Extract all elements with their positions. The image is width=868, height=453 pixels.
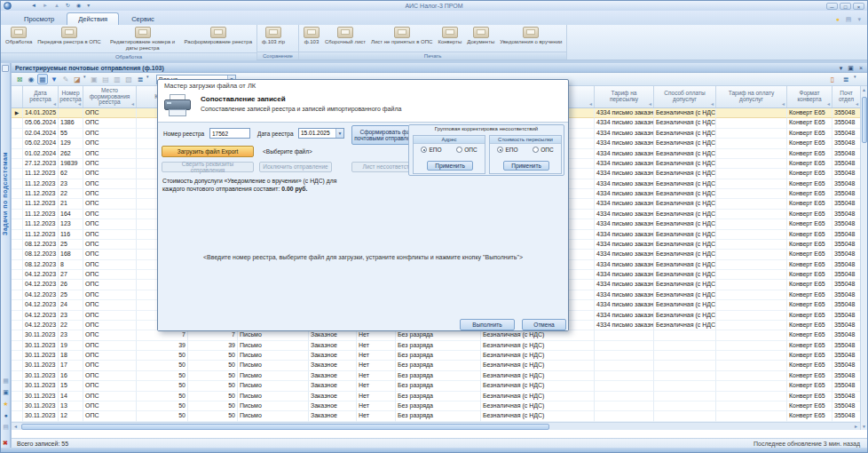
radio-icon[interactable] <box>421 147 427 153</box>
column-header[interactable]: Место формирования реестра◄ <box>83 86 137 107</box>
horizontal-scrollbar[interactable]: ◄ ► <box>12 422 860 430</box>
column-filter-icon[interactable]: ◄ <box>781 102 785 107</box>
column-filter-icon[interactable]: ◄ <box>130 102 135 107</box>
close-task-icon[interactable]: ✖ <box>3 440 8 447</box>
column-header[interactable]: Тариф на пересылку◄ <box>595 86 654 107</box>
load-export-file-button[interactable]: Загрузить файл Export <box>162 146 254 157</box>
table-row[interactable]: 30.11.202317ОПС5050ПисьмоЗаказноеНетБез … <box>12 361 860 370</box>
sidebar-label[interactable]: Задачи по подсистемам <box>2 152 8 235</box>
column-header[interactable]: Дата реестра◄ <box>23 86 59 107</box>
cancel-button[interactable]: Отмена <box>522 319 566 330</box>
column-header[interactable]: Способ оплаты допуслуг◄ <box>654 86 716 107</box>
verify-details-button[interactable]: Сверить реквизиты отправления <box>162 162 254 172</box>
maximize-button[interactable]: □ <box>840 3 851 10</box>
ribbon-button[interactable]: Конверты <box>435 26 464 46</box>
table-row[interactable]: 30.11.202319ОПС3939ПисьмоЗаказноеНетБез … <box>12 341 860 351</box>
chevron-down-icon[interactable]: ▾ <box>146 74 151 84</box>
ribbon-button[interactable]: Обработка <box>3 26 35 46</box>
column-filter-icon[interactable]: ◄ <box>855 102 859 107</box>
globe-icon[interactable]: ◉ <box>26 74 36 84</box>
radio-icon[interactable] <box>456 147 462 153</box>
tab-2[interactable]: Действия <box>67 12 119 25</box>
column-filter-icon[interactable]: ◄ <box>588 102 593 107</box>
ribbon-button[interactable]: Уведомления о вручении <box>497 26 564 46</box>
column-header[interactable] <box>12 86 23 107</box>
column-header[interactable]: Почт отдел◄ <box>832 86 861 107</box>
radio-option[interactable]: ЕПО <box>497 147 517 153</box>
task-sidebar[interactable]: Задачи по подсистемам ▦▣★●▤ <box>1 63 11 448</box>
table-row[interactable]: 30.11.202313ОПС5050ПисьмоЗаказноеНетБез … <box>12 401 860 411</box>
column-chooser-icon[interactable]: ▯ <box>827 74 838 84</box>
horizontal-scroll-thumb[interactable] <box>21 424 549 430</box>
chevron-down-icon[interactable]: ▾ <box>83 74 88 84</box>
save-icon[interactable]: ▣ <box>89 74 99 84</box>
registry-number-input[interactable] <box>209 128 250 139</box>
dialog-title-bar[interactable]: Мастер загрузки файла от ЛК <box>158 80 568 91</box>
exclude-item-button[interactable]: Исключить отправление <box>259 162 332 172</box>
close-button[interactable]: × <box>853 3 864 10</box>
column-filter-icon[interactable]: ◄ <box>826 102 831 107</box>
tab-1[interactable]: Просмотр <box>13 13 65 25</box>
help-icon[interactable]: ● <box>835 14 840 25</box>
eraser-icon[interactable]: ◪ <box>72 74 83 84</box>
ribbon-button[interactable]: Редактирование номера и даты реестра <box>104 26 182 52</box>
column-filter-icon[interactable]: ◄ <box>77 102 82 107</box>
chevron-down-icon[interactable]: ▼ <box>335 129 343 138</box>
scroll-up-icon[interactable]: ▲ <box>861 86 867 93</box>
column-header[interactable]: Номер реестра◄ <box>59 86 83 107</box>
radio-icon[interactable] <box>533 147 539 153</box>
scroll-right-icon[interactable]: ► <box>852 423 860 430</box>
column-filter-icon[interactable]: ◄ <box>52 102 57 107</box>
sheet-icon[interactable]: ▥ <box>112 74 122 84</box>
list-settings-icon[interactable]: ≣ <box>135 74 146 84</box>
grid-view-icon[interactable]: ▦ <box>37 74 48 84</box>
ribbon-button[interactable]: Документы <box>464 26 497 46</box>
column-header[interactable]: Формат конверта◄ <box>787 86 832 107</box>
sidebar-toggle-icon[interactable] <box>2 65 9 72</box>
scroll-left-icon[interactable]: ◄ <box>12 423 20 430</box>
registry-date-combobox[interactable]: 15.01.2025 ▼ <box>298 128 344 139</box>
edit-icon[interactable]: ✎ <box>60 74 71 84</box>
export-icon[interactable]: ⊠ <box>14 74 25 84</box>
column-filter-icon[interactable]: ◄ <box>648 102 652 107</box>
radio-option[interactable]: ОПС <box>456 147 477 153</box>
column-header[interactable]: Тариф на оплату допуслуг◄ <box>716 86 787 107</box>
document-icon[interactable]: ▤ <box>2 423 10 432</box>
dock-grid-icon[interactable]: ▦ <box>2 377 10 385</box>
favorites-icon[interactable]: ★ <box>2 400 9 409</box>
vertical-scroll-thumb[interactable] <box>862 97 867 143</box>
pin-icon[interactable]: ▣ <box>847 63 855 73</box>
collapse-icon[interactable]: ▾ <box>839 63 844 73</box>
table-row[interactable]: 30.11.202315ОПС5050ПисьмоЗаказноеНетБез … <box>12 381 860 391</box>
ribbon-button[interactable]: Расформирование реестра <box>182 26 255 46</box>
table-row[interactable]: 30.11.202312ОПС5050ПисьмоЗаказноеНетБез … <box>12 411 860 421</box>
column-filter-icon[interactable]: ◄ <box>710 102 714 107</box>
radio-icon[interactable] <box>497 147 503 153</box>
ribbon-button[interactable]: Передача реестра в ОПС <box>35 26 103 46</box>
ribbon-menu-icon[interactable]: ▾ <box>856 14 862 25</box>
info-icon[interactable]: ● <box>3 411 8 420</box>
vertical-scrollbar[interactable]: ▲ ▼ <box>860 86 867 430</box>
minimize-button[interactable]: ─ <box>826 3 838 10</box>
scroll-down-icon[interactable]: ▼ <box>861 423 867 430</box>
apply-cost-button[interactable]: Применить <box>503 161 549 171</box>
ribbon-button[interactable]: ф.103 <box>301 26 322 46</box>
table-row[interactable]: 30.11.202316ОПС5050ПисьмоЗаказноеНетБез … <box>12 371 860 381</box>
filter-icon[interactable]: ▼ <box>49 74 59 84</box>
close-panel-icon[interactable]: × <box>858 63 864 73</box>
ribbon-button[interactable]: Сборочный лист <box>322 26 368 46</box>
layout-list-icon[interactable]: ≣ <box>840 74 851 84</box>
radio-option[interactable]: ОПС <box>533 147 553 153</box>
table-row[interactable]: 30.11.202314ОПС5050ПисьмоЗаказноеНетБез … <box>12 392 860 401</box>
window-list-icon[interactable]: ▤ <box>845 14 853 25</box>
copy-icon[interactable]: ▤ <box>100 74 111 84</box>
ribbon-button[interactable]: ф.103 zip <box>259 26 288 46</box>
apply-address-button[interactable]: Применить <box>427 161 473 171</box>
table-row[interactable]: 30.11.202323ОПС77ПисьмоЗаказноеНетБез ра… <box>12 330 860 340</box>
ribbon-button[interactable]: Лист не принятых в ОПС <box>368 26 435 46</box>
chevron-down-icon[interactable]: ▾ <box>854 74 858 84</box>
print-preview-icon[interactable]: ▧ <box>123 74 134 84</box>
table-row[interactable]: 30.11.202318ОПС5050ПисьмоЗаказноеНетБез … <box>12 351 860 361</box>
execute-button[interactable]: Выполнить <box>460 319 515 330</box>
radio-option[interactable]: ЕПО <box>421 147 441 153</box>
